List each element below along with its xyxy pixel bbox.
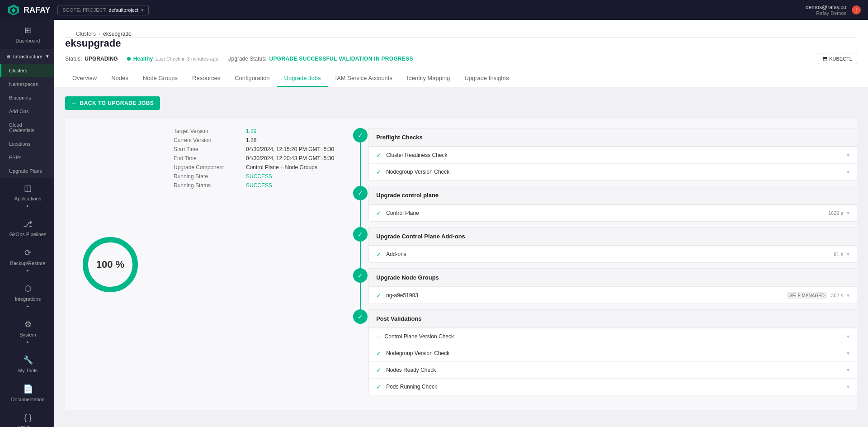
tab-resources[interactable]: Resources <box>185 70 227 87</box>
tab-overview[interactable]: Overview <box>65 70 104 87</box>
sidebar-item-system[interactable]: ⚙ System ▸ <box>0 314 54 350</box>
info-key: Current Version <box>174 137 237 143</box>
expand-icon[interactable]: ▾ <box>847 292 849 299</box>
tab-configuration[interactable]: Configuration <box>227 70 277 87</box>
kubectl-button[interactable]: ⬒ KUBECTL <box>818 53 857 64</box>
tab-node-groups[interactable]: Node Groups <box>136 70 185 87</box>
sidebar-item-cloud-credentials[interactable]: Cloud Credentials <box>0 118 54 137</box>
info-row: Current Version 1.28 <box>174 137 334 143</box>
sidebar-item-locations[interactable]: Locations <box>0 137 54 151</box>
tools-icon: 🔧 <box>23 355 33 365</box>
logo: RAFAY <box>7 4 50 16</box>
donut-wrapper: 100 % <box>79 233 142 296</box>
sidebar-item-clusters[interactable]: Clusters <box>0 64 54 77</box>
sidebar-item-dashboard[interactable]: ⊞ Dashboard <box>0 20 54 49</box>
infrastructure-header[interactable]: 🖥 Infrastructure ▾ <box>0 49 54 64</box>
step-block: ✓Upgrade Node Groups✓ng-a9e51983SELF MAN… <box>352 268 857 309</box>
step-sub-item: ✓Add-ons91 s▾ <box>369 246 857 262</box>
sub-time: 91 s <box>834 251 843 257</box>
tab-upgrade-insights[interactable]: Upgrade Insights <box>457 70 516 87</box>
check-icon: ✓ <box>376 366 382 374</box>
sidebar: ⊞ Dashboard 🖥 Infrastructure ▾ Clusters … <box>0 20 54 427</box>
back-to-upgrade-jobs-button[interactable]: ← BACK TO UPGRADE JOBS <box>65 96 160 110</box>
expand-icon[interactable]: ▾ <box>847 169 849 175</box>
step-sub-item: ✓Control Plane1629 s▾ <box>369 205 857 221</box>
main-content: Clusters › eksupgrade eksupgrade Status:… <box>54 20 868 427</box>
step-header-area: Post Validations <box>368 309 857 328</box>
kubectl-label: KUBECTL <box>829 56 852 62</box>
sidebar-item-integrations[interactable]: ⬡ Integrations ▸ <box>0 278 54 314</box>
step-title: Post Validations <box>376 315 849 322</box>
expand-icon[interactable]: ▾ <box>847 152 849 158</box>
check-icon: ✓ <box>376 152 382 159</box>
expand-icon-2: ▸ <box>27 268 29 273</box>
sidebar-item-backup[interactable]: ⟳ Backup/Restore ▸ <box>0 242 54 278</box>
check-icon: ✓ <box>376 350 382 357</box>
info-value: 04/30/2024, 12:20:43 PM GMT+5:30 <box>246 155 334 161</box>
applications-icon: ◫ <box>24 183 32 193</box>
expand-icon-4: ▸ <box>27 339 29 344</box>
sidebar-item-my-tools[interactable]: 🔧 My Tools <box>0 350 54 379</box>
gitops-label: GitOps Pipelines <box>9 232 47 237</box>
info-key: Upgrade Component <box>174 164 237 171</box>
step-sub-item: ○Control Plane Version Check▾ <box>369 328 857 345</box>
step-header-area: Upgrade Control Plane Add-ons <box>368 227 857 246</box>
sidebar-item-applications[interactable]: ◫ Applications ▸ <box>0 178 54 214</box>
expand-icon[interactable]: ▾ <box>847 350 849 356</box>
sub-time: 302 s <box>831 293 843 298</box>
health-item: Healthy Last Check in 3 minutes ago <box>127 56 218 62</box>
step-sub-item: ✓Nodegroup Version Check▾ <box>369 164 857 180</box>
expand-icon[interactable]: ▾ <box>847 333 849 340</box>
step-block: ✓Upgrade control plane✓Control Plane1629… <box>352 186 857 227</box>
kubectl-icon: ⬒ <box>823 56 827 62</box>
step-sub-item: ✓Nodes Ready Check▾ <box>369 362 857 379</box>
sidebar-item-blueprints[interactable]: Blueprints <box>0 91 54 104</box>
sub-label: Nodegroup Version Check <box>386 169 843 175</box>
expand-icon[interactable]: ▾ <box>847 367 849 373</box>
info-value: 1.29 <box>246 128 256 134</box>
step-title: Preflight Checks <box>376 134 849 141</box>
docs-icon: 📄 <box>23 384 33 394</box>
step-body: ✓Control Plane1629 s▾ <box>368 204 857 222</box>
step-circle-icon: ✓ <box>353 186 368 200</box>
step-circle-icon: ✓ <box>353 128 368 142</box>
sidebar-item-gitops[interactable]: ⎇ GitOps Pipelines <box>0 214 54 242</box>
breadcrumb-clusters-link[interactable]: Clusters <box>76 31 96 37</box>
steps-panel: ✓Preflight Checks✓Cluster Readiness Chec… <box>352 128 857 401</box>
step-line-col: ✓ <box>352 186 368 227</box>
sidebar-item-namespaces[interactable]: Namespaces <box>0 77 54 91</box>
sidebar-item-upgrade-plans[interactable]: Upgrade Plans <box>0 164 54 178</box>
breadcrumb-separator: › <box>99 31 100 37</box>
sidebar-item-api-docs[interactable]: { } API Docs <box>0 408 54 427</box>
sub-label: Add-ons <box>386 251 830 257</box>
expand-icon[interactable]: ▾ <box>847 251 849 257</box>
app-body: ⊞ Dashboard 🖥 Infrastructure ▾ Clusters … <box>0 20 868 427</box>
expand-icon[interactable]: ▾ <box>847 384 849 390</box>
expand-icon[interactable]: ▾ <box>847 210 849 216</box>
step-block: ✓Preflight Checks✓Cluster Readiness Chec… <box>352 128 857 186</box>
info-value: SUCCESS <box>246 173 272 180</box>
api-icon: { } <box>24 413 32 422</box>
breadcrumb-current: eksupgrade <box>103 31 132 37</box>
breadcrumb: Clusters › eksupgrade <box>65 25 857 38</box>
user-info: demos@rafay.co Rafay Demos <box>806 4 846 16</box>
sidebar-item-psps[interactable]: PSPs <box>0 151 54 164</box>
step-content: Preflight Checks✓Cluster Readiness Check… <box>368 128 857 180</box>
health-text: Healthy <box>133 56 153 62</box>
tab-nodes[interactable]: Nodes <box>104 70 136 87</box>
scope-selector[interactable]: SCOPE: PROJECT defaultproject ▾ <box>57 5 149 15</box>
page-header: Clusters › eksupgrade eksupgrade Status:… <box>54 20 868 70</box>
back-arrow-icon: ← <box>71 100 77 106</box>
status-bar: Status: UPGRADING Healthy Last Check in … <box>65 53 857 64</box>
tab-upgrade-jobs[interactable]: Upgrade Jobs <box>277 70 328 87</box>
back-button-label: BACK TO UPGRADE JOBS <box>80 100 154 106</box>
tab-iam-service-accounts[interactable]: IAM Service Accounts <box>328 70 400 87</box>
step-body: ✓ng-a9e51983SELF MANAGED302 s▾ <box>368 287 857 304</box>
tab-identity-mapping[interactable]: Identity Mapping <box>400 70 457 87</box>
sidebar-item-add-ons[interactable]: Add-Ons <box>0 104 54 118</box>
gitops-icon: ⎇ <box>23 219 33 229</box>
upgrade-detail-panel: 100 % Target Version 1.29 Current Versio… <box>65 119 857 410</box>
step-sub-item: ✓ng-a9e51983SELF MANAGED302 s▾ <box>369 287 857 304</box>
sidebar-item-documentation[interactable]: 📄 Documentation <box>0 379 54 408</box>
notification-icon[interactable]: ! <box>852 5 861 14</box>
